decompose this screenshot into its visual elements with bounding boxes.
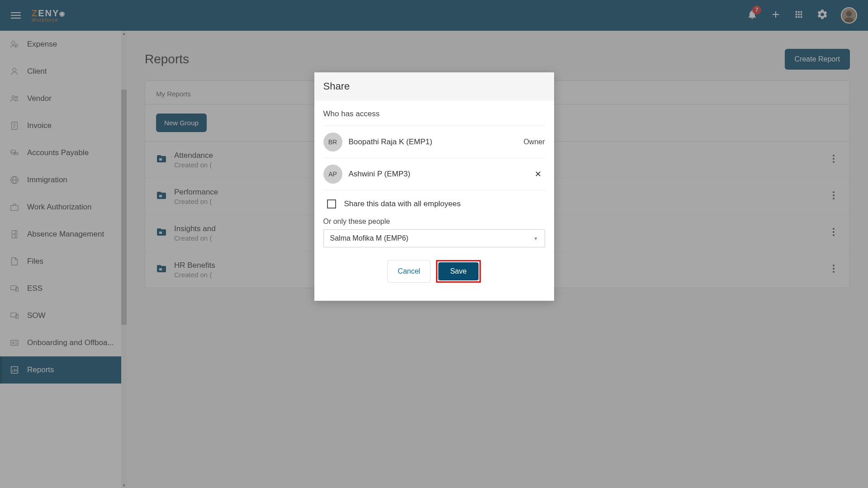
user-initials-chip: AP	[323, 165, 342, 184]
share-all-checkbox-row[interactable]: Share this data with all employees	[323, 190, 545, 218]
user-name: Ashwini P (EMP3)	[349, 170, 525, 179]
cancel-button[interactable]: Cancel	[387, 260, 431, 283]
checkbox-icon[interactable]	[327, 199, 336, 208]
share-all-label: Share this data with all employees	[344, 199, 461, 208]
remove-user-icon[interactable]: ✕	[531, 167, 545, 181]
only-people-label: Or only these people	[323, 218, 545, 226]
user-initials-chip: BR	[323, 133, 342, 152]
table-row: APAshwini P (EMP3)✕	[323, 158, 545, 190]
user-name: Boopathi Raja K (EMP1)	[349, 137, 517, 147]
modal-title: Share	[314, 72, 554, 100]
modal-overlay: Share Who has access BRBoopathi Raja K (…	[0, 0, 868, 488]
chevron-down-icon: ▼	[534, 236, 538, 241]
save-button-highlight: Save	[436, 260, 480, 283]
people-select[interactable]: Salma Mofika M (EMP6) ▼	[323, 229, 545, 247]
save-button[interactable]: Save	[438, 262, 478, 280]
table-row: BRBoopathi Raja K (EMP1)Owner	[323, 126, 545, 158]
share-modal: Share Who has access BRBoopathi Raja K (…	[314, 72, 554, 301]
access-section-label: Who has access	[323, 109, 545, 118]
selected-person: Salma Mofika M (EMP6)	[330, 234, 408, 242]
role-label: Owner	[523, 138, 545, 146]
